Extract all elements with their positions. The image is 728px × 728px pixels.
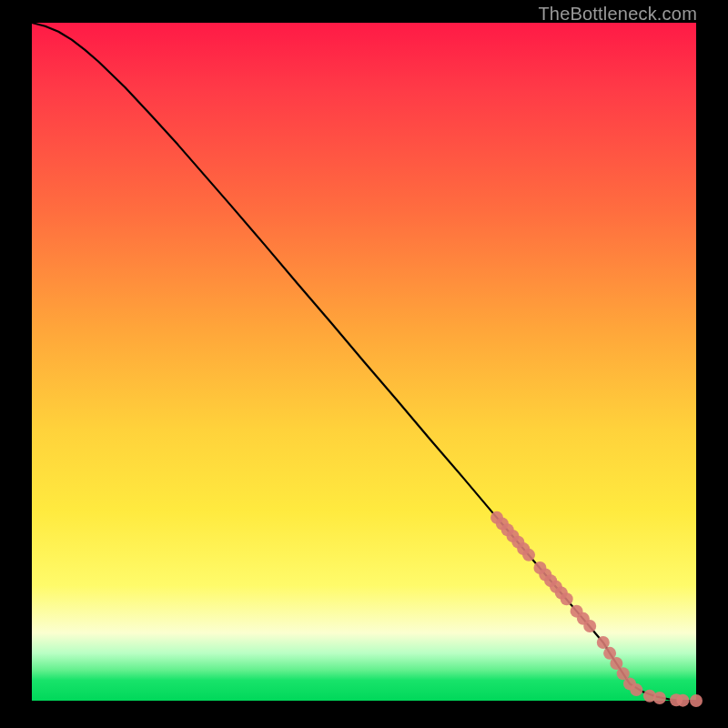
marker-point (522, 549, 535, 561)
chart-overlay (32, 23, 696, 701)
marker-point (583, 620, 596, 632)
marker-point (561, 592, 573, 605)
marker-point (653, 692, 666, 704)
watermark-text: TheBottleneck.com (538, 4, 697, 25)
marker-point (690, 694, 703, 707)
chart-frame: TheBottleneck.com (0, 0, 728, 728)
marker-point (630, 683, 642, 696)
highlighted-markers (490, 511, 703, 707)
marker-point (676, 694, 689, 707)
marker-point (597, 636, 610, 649)
bottleneck-curve-line (32, 23, 696, 701)
